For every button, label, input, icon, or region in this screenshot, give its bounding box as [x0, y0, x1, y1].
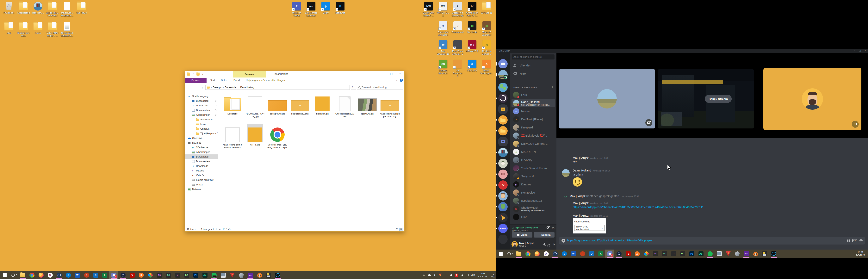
search-conversation-input[interactable]: Zoek of start een gesprek — [512, 55, 555, 60]
taskbar-button[interactable] — [541, 250, 551, 258]
noise-suppression-icon[interactable] — [547, 226, 549, 228]
taskbar-button[interactable] — [264, 271, 273, 279]
desktop-shortcut[interactable]: CS ↗ CookingSimulator — [436, 59, 450, 77]
nav-nitro[interactable]: Nitro — [512, 70, 555, 77]
taskbar-button[interactable] — [18, 271, 27, 279]
qat-customize-icon[interactable]: ▾ — [201, 72, 204, 75]
minimize-button[interactable]: – — [378, 71, 387, 77]
nav-item[interactable]: ↓ Downloads — [185, 103, 218, 108]
taskbar-button[interactable] — [219, 271, 228, 279]
desktop-shortcut[interactable]: ◆ ↗ Oracle VMVirtualBox — [436, 21, 450, 36]
desktop-shortcut[interactable]: A ↗ FiveM -Snelkoppel... — [480, 59, 494, 77]
maximize-button[interactable]: ▢ — [857, 49, 863, 53]
action-center-icon[interactable]: 9 — [490, 274, 494, 277]
desktop-shortcut[interactable]: ◎ ↗ Far Cry 5 — [465, 59, 479, 77]
taskbar-button[interactable]: S — [560, 250, 569, 258]
taskbar-button[interactable]: O — [91, 271, 100, 279]
file-item[interactable]: KH-PF.jpg — [244, 124, 266, 155]
message-author[interactable]: Max || Arqszvandaag om 16:03 — [573, 201, 864, 205]
dm-item[interactable]: Daan_Holland Streamt Roerveen Rolepl... — [512, 99, 555, 107]
taskbar-button[interactable] — [514, 250, 523, 258]
ribbon-tab[interactable]: Delen — [218, 78, 230, 83]
nav-item[interactable]: Afbeeldingen — [185, 150, 218, 154]
ribbon-tab[interactable]: Start — [207, 78, 218, 83]
desktop-shortcut[interactable]: ↗ Euro TruckSimulator 2 — [451, 40, 465, 55]
taskbar-button[interactable]: Fz — [127, 271, 136, 279]
taskbar-button[interactable]: IJ — [173, 271, 182, 279]
ribbon-tab[interactable]: Beeld — [230, 78, 243, 83]
gif-picker-icon[interactable]: GIF — [852, 239, 857, 242]
nav-item[interactable]: Ongeluk — [185, 126, 218, 131]
chat-message[interactable]: Daan_Hollandvandaag om 15:06 ja prima — [562, 169, 864, 187]
display-tray-icon[interactable] — [444, 274, 447, 277]
message-author[interactable]: Max || Arqszvandaag om 15:06 — [573, 156, 864, 159]
back-icon[interactable]: ← — [187, 86, 191, 89]
user-avatar[interactable] — [512, 241, 518, 247]
discord-titlebar[interactable]: DISCORD – ▢ ✕ — [496, 49, 868, 53]
attach-file-icon[interactable]: + — [561, 239, 565, 243]
new-folder-icon[interactable] — [196, 72, 199, 75]
onedrive-icon[interactable] — [428, 274, 431, 276]
screenshare-button[interactable]: Scherm — [534, 232, 555, 238]
nav-item[interactable]: Netwerk — [185, 187, 218, 192]
taskbar-button[interactable]: DG — [182, 271, 191, 279]
avira-icon[interactable]: A — [455, 274, 458, 277]
video-button[interactable]: Video — [512, 232, 532, 238]
taskbar-button[interactable] — [45, 271, 55, 279]
nav-item[interactable]: ↓ Downloads — [185, 164, 218, 168]
taskbar-button[interactable]: IJ — [669, 250, 678, 258]
ribbon-tab[interactable]: Hulpprogramma's voor afbeeldingen — [243, 78, 288, 83]
nav-item[interactable]: Insta — [185, 122, 218, 126]
minimize-button[interactable]: – — [852, 49, 857, 53]
message-input[interactable]: + https://img.stevensmax.nl/ApplicationF… — [559, 237, 865, 245]
nav-item[interactable]: ★ Snelle toegang — [185, 94, 218, 99]
shield-tray-icon[interactable] — [439, 274, 442, 277]
dm-item[interactable]: 💢Nickalovski💢//... — [512, 131, 555, 140]
taskbar-button[interactable]: X — [136, 271, 146, 279]
taskbar-button[interactable]: W — [73, 271, 82, 279]
dm-item[interactable]: ᴗ Niomar — [512, 107, 555, 115]
ribbon-tab[interactable]: Bestand — [185, 78, 207, 83]
server-icon[interactable] — [498, 83, 507, 92]
taskbar-button[interactable] — [715, 250, 724, 258]
desktop-icon[interactable]: Taxi Flavio — [74, 2, 89, 17]
desktop-shortcut[interactable]: W2 ↗ WATCH_D...2 — [436, 2, 450, 17]
server-icon[interactable] — [498, 202, 507, 211]
resolution-dropdown[interactable]: 2560 × 1440 (aanbevolen) ⌄ — [574, 225, 604, 231]
typed-message[interactable]: https://img.stevensmax.nl/ApplicationFra… — [567, 239, 652, 242]
taskbar-button[interactable]: O — [587, 250, 596, 258]
dm-item[interactable]: Lars — [512, 91, 555, 99]
file-item[interactable]: 71IOyu60NjL._SX425_.jpg — [244, 93, 266, 124]
taskbar-button[interactable] — [532, 250, 541, 258]
create-dm-icon[interactable]: + — [552, 86, 553, 89]
nav-item[interactable]: Documenten — [185, 108, 218, 113]
taskbar-button[interactable] — [36, 271, 45, 279]
taskbar-button[interactable]: Fz — [623, 250, 632, 258]
mic-muted-icon[interactable] — [450, 274, 453, 277]
taskbar-button[interactable]: DG — [678, 250, 687, 258]
help-icon[interactable]: ? — [400, 79, 403, 82]
nav-item[interactable]: D (D:) — [185, 182, 218, 187]
server-icon[interactable] — [498, 59, 507, 68]
breadcrumb-item[interactable]: Bureaublad — [225, 86, 237, 89]
taskbar-button[interactable] — [273, 271, 282, 279]
taskbar-button[interactable] — [237, 271, 246, 279]
taskbar-button[interactable]: W — [569, 250, 578, 258]
desktop-shortcut[interactable]: R ↗ RockstarGames ... — [480, 40, 494, 55]
nav-item[interactable]: Bureaublad — [185, 154, 218, 159]
message-author[interactable]: Max || Arqszvandaag om 16:16 — [573, 214, 864, 217]
watch-stream-button[interactable]: Bekijk Stream — [705, 95, 732, 103]
desktop-shortcut[interactable]: MW ↗ Call of DutyModern ... — [422, 2, 436, 17]
nav-item[interactable]: OneDrive — [185, 136, 218, 141]
video-tile-max[interactable] — [764, 68, 861, 130]
taskbar-button[interactable] — [642, 250, 651, 258]
taskbar-button[interactable]: Au — [696, 250, 706, 258]
details-view-icon[interactable]: ☰ — [395, 228, 399, 231]
desktop-shortcut[interactable]: IV ↗ Grand TheftAuto IV T... — [465, 2, 479, 17]
desktop-shortcut[interactable]: ▮▯ ↗ Synthesia — [465, 21, 479, 36]
taskbar-button[interactable] — [496, 250, 505, 258]
desktop-shortcut[interactable]: ↗ The Escapists2 — [451, 59, 465, 77]
refresh-icon[interactable]: ↻ — [351, 85, 356, 90]
desktop-shortcut[interactable]: H 2 ↗ HITMAN™ 2 — [465, 40, 479, 55]
desktop-shortcut[interactable]: X-Plane 11 — [480, 2, 494, 17]
